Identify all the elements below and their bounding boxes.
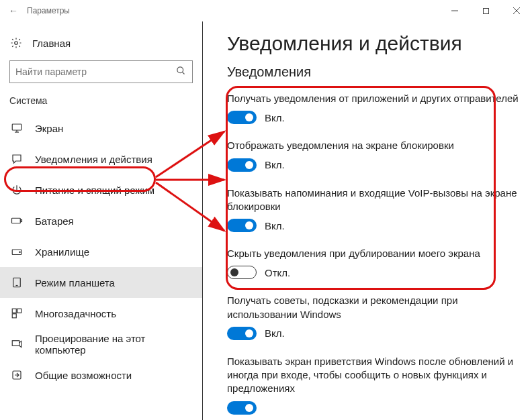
sidebar-item-label: Питание и спящий режим — [35, 185, 193, 196]
multitask-icon — [9, 306, 24, 321]
close-button[interactable] — [501, 0, 532, 21]
svg-rect-10 — [12, 218, 21, 223]
chat-icon — [9, 152, 24, 166]
search-box[interactable] — [9, 60, 193, 83]
toggle-state: Вкл. — [265, 220, 285, 231]
svg-rect-16 — [12, 309, 16, 313]
setting-desc: Отображать уведомления на экране блокиро… — [227, 139, 519, 152]
sidebar-item-project[interactable]: Проецирование на этот компьютер — [0, 329, 202, 360]
toggle-switch[interactable] — [227, 111, 257, 124]
sidebar-item-display[interactable]: Экран — [0, 113, 202, 144]
svg-point-5 — [177, 67, 183, 73]
svg-rect-11 — [21, 220, 22, 222]
setting-row: Показывать напоминания и входящие VoIP-в… — [227, 187, 519, 233]
setting-desc: Получать уведомления от приложений и дру… — [227, 92, 519, 105]
toggle-switch[interactable] — [227, 401, 257, 415]
back-button[interactable]: ← — [5, 5, 21, 16]
sidebar-item-battery[interactable]: Батарея — [0, 205, 202, 236]
toggle-state: Откл. — [265, 267, 290, 278]
maximize-button[interactable] — [470, 0, 501, 21]
toggle-state: Вкл. — [265, 112, 285, 123]
svg-rect-7 — [12, 124, 21, 130]
sidebar-item-label: Экран — [35, 123, 193, 134]
setting-row: Отображать уведомления на экране блокиро… — [227, 139, 519, 171]
access-icon — [9, 368, 24, 382]
sidebar-item-label: Общие возможности — [35, 370, 193, 381]
tablet-icon — [9, 275, 24, 290]
toggle-switch[interactable] — [227, 266, 257, 279]
home-label: Главная — [32, 38, 71, 49]
titlebar: ← Параметры — [0, 0, 532, 21]
power-icon — [9, 182, 24, 197]
nav-list: ЭкранУведомления и действияПитание и спя… — [0, 113, 202, 390]
battery-icon — [9, 213, 24, 228]
svg-line-6 — [182, 72, 184, 74]
home-row[interactable]: Главная — [0, 32, 202, 56]
toggle-switch[interactable] — [227, 219, 257, 232]
svg-rect-19 — [12, 341, 19, 346]
category-label: Система — [0, 95, 202, 113]
sidebar-item-access[interactable]: Общие возможности — [0, 360, 202, 390]
setting-desc: Показывать напоминания и входящие VoIP-в… — [227, 187, 519, 214]
sidebar: Главная Система ЭкранУведомления и дейст… — [0, 21, 202, 420]
sidebar-item-multitask[interactable]: Многозадачность — [0, 298, 202, 329]
setting-desc: Получать советы, подсказки и рекомендаци… — [227, 294, 519, 321]
toggle-state: Вкл. — [265, 327, 285, 339]
minimize-button[interactable] — [439, 0, 470, 21]
toggle-switch[interactable] — [227, 158, 257, 172]
svg-point-13 — [19, 252, 21, 253]
window-controls — [439, 0, 532, 21]
search-input[interactable] — [15, 66, 175, 77]
section-title: Уведомления — [227, 64, 519, 80]
setting-desc: Скрыть уведомления при дублировании моег… — [227, 247, 519, 260]
setting-row: Получать уведомления от приложений и дру… — [227, 92, 519, 124]
svg-rect-17 — [17, 309, 21, 313]
setting-row: Показывать экран приветствия Windows пос… — [227, 355, 519, 415]
toggle-switch[interactable] — [227, 327, 257, 340]
svg-rect-1 — [483, 8, 488, 13]
sidebar-item-chat[interactable]: Уведомления и действия — [0, 144, 202, 174]
setting-row: Получать советы, подсказки и рекомендаци… — [227, 294, 519, 340]
main-content: Уведомления и действия Уведомления Получ… — [203, 21, 532, 420]
search-icon — [175, 66, 187, 78]
page-title: Уведомления и действия — [227, 32, 519, 55]
drive-icon — [9, 244, 24, 259]
sidebar-item-label: Уведомления и действия — [35, 154, 193, 165]
sidebar-item-label: Батарея — [35, 215, 193, 227]
project-icon — [9, 337, 24, 352]
setting-row: Скрыть уведомления при дублировании моег… — [227, 247, 519, 279]
sidebar-item-drive[interactable]: Хранилище — [0, 236, 202, 267]
window-title: Параметры — [21, 6, 439, 15]
settings-list: Получать уведомления от приложений и дру… — [227, 92, 519, 415]
sidebar-item-power[interactable]: Питание и спящий режим — [0, 174, 202, 205]
sidebar-item-label: Режим планшета — [35, 277, 193, 288]
sidebar-item-label: Хранилище — [35, 246, 193, 258]
sidebar-item-label: Проецирование на этот компьютер — [35, 333, 193, 356]
svg-point-4 — [15, 42, 18, 45]
svg-rect-18 — [12, 314, 16, 318]
setting-desc: Показывать экран приветствия Windows пос… — [227, 355, 519, 396]
sidebar-item-label: Многозадачность — [35, 308, 193, 319]
display-icon — [9, 121, 24, 136]
sidebar-item-tablet[interactable]: Режим планшета — [0, 267, 202, 298]
gear-icon — [9, 36, 23, 50]
toggle-state: Вкл. — [265, 159, 285, 170]
